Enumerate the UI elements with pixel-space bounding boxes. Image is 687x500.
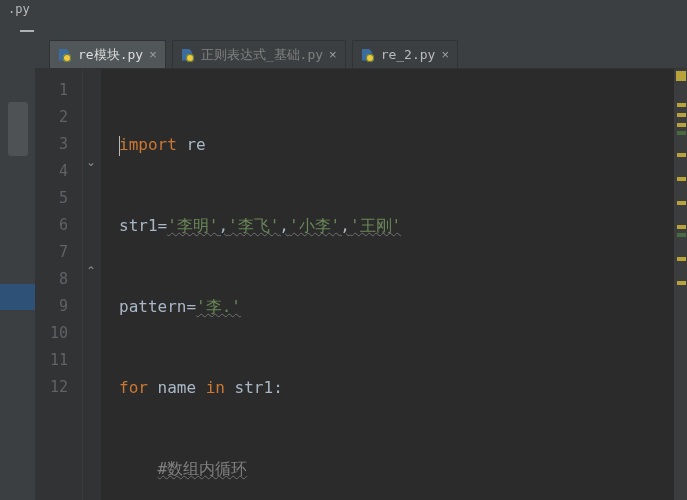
- line-number: 6: [35, 212, 82, 239]
- warning-marker[interactable]: [677, 103, 686, 107]
- line-number: 4: [35, 158, 82, 185]
- line-number: 7: [35, 239, 82, 266]
- warning-marker[interactable]: [677, 153, 686, 157]
- fold-collapse-icon[interactable]: ⌃: [85, 265, 97, 277]
- main-area: re模块.py × 正则表达式_基础.py × re_2.py × 1 2 3 …: [0, 40, 687, 500]
- editor-pane: re模块.py × 正则表达式_基础.py × re_2.py × 1 2 3 …: [35, 40, 687, 500]
- line-number: 12: [35, 374, 82, 401]
- code-area: 1 2 3 4 5 6 7 8 9 10 11 12 ⌄ ⌃ import re…: [35, 69, 687, 500]
- python-file-icon: [181, 48, 195, 62]
- close-icon[interactable]: ×: [149, 47, 157, 62]
- line-number: 5: [35, 185, 82, 212]
- tab-label: re模块.py: [78, 46, 143, 64]
- project-tool-strip[interactable]: [0, 40, 35, 500]
- line-number: 1: [35, 77, 82, 104]
- tab-bar: re模块.py × 正则表达式_基础.py × re_2.py ×: [35, 40, 687, 69]
- line-number: 11: [35, 347, 82, 374]
- close-icon[interactable]: ×: [329, 47, 337, 62]
- tab-re-module[interactable]: re模块.py ×: [49, 40, 166, 68]
- code-line: #数组内循环: [119, 455, 674, 482]
- warning-marker[interactable]: [677, 123, 686, 127]
- inspection-indicator-icon[interactable]: [676, 71, 686, 81]
- fold-gutter[interactable]: ⌄ ⌃: [83, 69, 101, 500]
- close-icon[interactable]: ×: [441, 47, 449, 62]
- warning-marker[interactable]: [677, 113, 686, 117]
- window-title: .py: [0, 0, 687, 22]
- tab-label: re_2.py: [381, 47, 436, 62]
- code-line: for name in str1:: [119, 374, 674, 401]
- line-number: 2: [35, 104, 82, 131]
- editor-scrollbar[interactable]: [674, 69, 687, 500]
- toolwindow-button[interactable]: [8, 102, 28, 156]
- warning-marker[interactable]: [677, 177, 686, 181]
- fold-expand-icon[interactable]: ⌄: [85, 156, 97, 168]
- warning-marker[interactable]: [677, 257, 686, 261]
- warning-marker[interactable]: [677, 201, 686, 205]
- gutter-line-numbers[interactable]: 1 2 3 4 5 6 7 8 9 10 11 12: [35, 69, 83, 500]
- minimize-icon[interactable]: [20, 30, 34, 32]
- warning-marker[interactable]: [677, 225, 686, 229]
- line-number: 9: [35, 293, 82, 320]
- python-file-icon: [361, 48, 375, 62]
- line-number: 8: [35, 266, 82, 293]
- tab-regex-basics[interactable]: 正则表达式_基础.py ×: [172, 40, 346, 68]
- code-line: str1='李明','李飞','小李','王刚': [119, 212, 674, 239]
- toolbar: [0, 22, 687, 40]
- warning-marker[interactable]: [677, 281, 686, 285]
- code-line: pattern='李.': [119, 293, 674, 320]
- code-line: import re: [119, 131, 674, 158]
- toolwindow-selection: [0, 284, 35, 310]
- python-file-icon: [58, 48, 72, 62]
- line-number: 3: [35, 131, 82, 158]
- tab-label: 正则表达式_基础.py: [201, 46, 323, 64]
- hint-marker[interactable]: [677, 233, 686, 237]
- editor-content[interactable]: import re str1='李明','李飞','小李','王刚' patte…: [101, 69, 674, 500]
- hint-marker[interactable]: [677, 131, 686, 135]
- line-number: 10: [35, 320, 82, 347]
- tab-re-2[interactable]: re_2.py ×: [352, 40, 458, 68]
- window-title-text: .py: [8, 2, 30, 16]
